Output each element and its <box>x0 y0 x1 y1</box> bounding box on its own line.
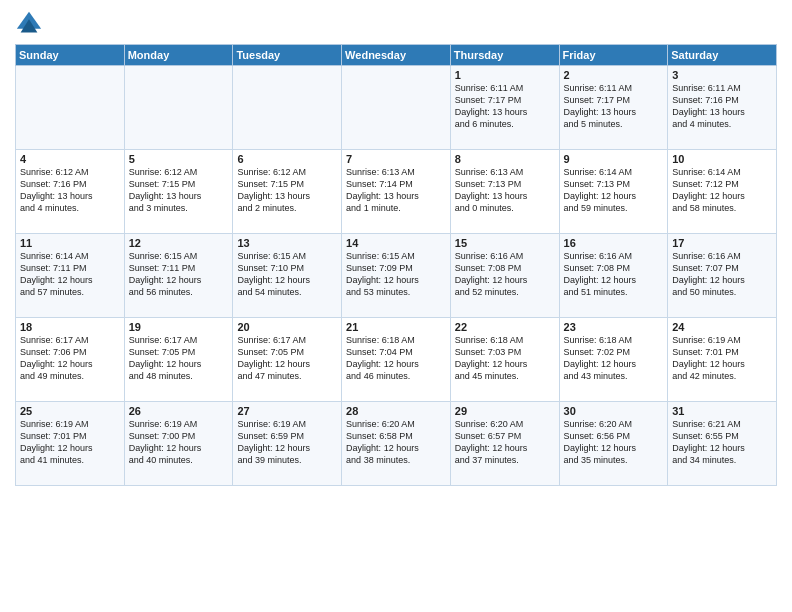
calendar-cell: 6Sunrise: 6:12 AM Sunset: 7:15 PM Daylig… <box>233 150 342 234</box>
cell-daylight-info: Sunrise: 6:14 AM Sunset: 7:12 PM Dayligh… <box>672 166 772 215</box>
cell-daylight-info: Sunrise: 6:20 AM Sunset: 6:58 PM Dayligh… <box>346 418 446 467</box>
calendar-week: 4Sunrise: 6:12 AM Sunset: 7:16 PM Daylig… <box>16 150 777 234</box>
calendar-cell: 20Sunrise: 6:17 AM Sunset: 7:05 PM Dayli… <box>233 318 342 402</box>
day-number: 7 <box>346 153 446 165</box>
cell-daylight-info: Sunrise: 6:12 AM Sunset: 7:15 PM Dayligh… <box>129 166 229 215</box>
calendar-week: 11Sunrise: 6:14 AM Sunset: 7:11 PM Dayli… <box>16 234 777 318</box>
cell-daylight-info: Sunrise: 6:16 AM Sunset: 7:08 PM Dayligh… <box>455 250 555 299</box>
weekday-row: SundayMondayTuesdayWednesdayThursdayFrid… <box>16 45 777 66</box>
cell-daylight-info: Sunrise: 6:15 AM Sunset: 7:11 PM Dayligh… <box>129 250 229 299</box>
cell-daylight-info: Sunrise: 6:12 AM Sunset: 7:16 PM Dayligh… <box>20 166 120 215</box>
calendar-body: 1Sunrise: 6:11 AM Sunset: 7:17 PM Daylig… <box>16 66 777 486</box>
calendar-cell <box>16 66 125 150</box>
cell-daylight-info: Sunrise: 6:17 AM Sunset: 7:05 PM Dayligh… <box>237 334 337 383</box>
calendar-cell: 9Sunrise: 6:14 AM Sunset: 7:13 PM Daylig… <box>559 150 668 234</box>
calendar-cell: 19Sunrise: 6:17 AM Sunset: 7:05 PM Dayli… <box>124 318 233 402</box>
calendar-cell: 14Sunrise: 6:15 AM Sunset: 7:09 PM Dayli… <box>342 234 451 318</box>
day-number: 30 <box>564 405 664 417</box>
cell-daylight-info: Sunrise: 6:18 AM Sunset: 7:02 PM Dayligh… <box>564 334 664 383</box>
calendar-cell: 8Sunrise: 6:13 AM Sunset: 7:13 PM Daylig… <box>450 150 559 234</box>
calendar-cell: 28Sunrise: 6:20 AM Sunset: 6:58 PM Dayli… <box>342 402 451 486</box>
calendar-cell: 2Sunrise: 6:11 AM Sunset: 7:17 PM Daylig… <box>559 66 668 150</box>
cell-daylight-info: Sunrise: 6:19 AM Sunset: 7:01 PM Dayligh… <box>20 418 120 467</box>
cell-daylight-info: Sunrise: 6:11 AM Sunset: 7:16 PM Dayligh… <box>672 82 772 131</box>
day-number: 12 <box>129 237 229 249</box>
calendar-cell <box>124 66 233 150</box>
day-number: 20 <box>237 321 337 333</box>
day-number: 5 <box>129 153 229 165</box>
calendar-cell: 25Sunrise: 6:19 AM Sunset: 7:01 PM Dayli… <box>16 402 125 486</box>
day-number: 28 <box>346 405 446 417</box>
calendar-cell: 12Sunrise: 6:15 AM Sunset: 7:11 PM Dayli… <box>124 234 233 318</box>
cell-daylight-info: Sunrise: 6:21 AM Sunset: 6:55 PM Dayligh… <box>672 418 772 467</box>
day-number: 10 <box>672 153 772 165</box>
day-number: 6 <box>237 153 337 165</box>
cell-daylight-info: Sunrise: 6:12 AM Sunset: 7:15 PM Dayligh… <box>237 166 337 215</box>
day-number: 29 <box>455 405 555 417</box>
calendar-cell <box>342 66 451 150</box>
weekday-header: Thursday <box>450 45 559 66</box>
day-number: 22 <box>455 321 555 333</box>
cell-daylight-info: Sunrise: 6:16 AM Sunset: 7:08 PM Dayligh… <box>564 250 664 299</box>
day-number: 24 <box>672 321 772 333</box>
calendar-cell: 11Sunrise: 6:14 AM Sunset: 7:11 PM Dayli… <box>16 234 125 318</box>
calendar-cell: 23Sunrise: 6:18 AM Sunset: 7:02 PM Dayli… <box>559 318 668 402</box>
day-number: 4 <box>20 153 120 165</box>
day-number: 16 <box>564 237 664 249</box>
day-number: 25 <box>20 405 120 417</box>
page-container: SundayMondayTuesdayWednesdayThursdayFrid… <box>0 0 792 496</box>
calendar-header: SundayMondayTuesdayWednesdayThursdayFrid… <box>16 45 777 66</box>
cell-daylight-info: Sunrise: 6:18 AM Sunset: 7:04 PM Dayligh… <box>346 334 446 383</box>
cell-daylight-info: Sunrise: 6:13 AM Sunset: 7:14 PM Dayligh… <box>346 166 446 215</box>
calendar-table: SundayMondayTuesdayWednesdayThursdayFrid… <box>15 44 777 486</box>
weekday-header: Tuesday <box>233 45 342 66</box>
cell-daylight-info: Sunrise: 6:13 AM Sunset: 7:13 PM Dayligh… <box>455 166 555 215</box>
day-number: 14 <box>346 237 446 249</box>
cell-daylight-info: Sunrise: 6:16 AM Sunset: 7:07 PM Dayligh… <box>672 250 772 299</box>
cell-daylight-info: Sunrise: 6:14 AM Sunset: 7:13 PM Dayligh… <box>564 166 664 215</box>
cell-daylight-info: Sunrise: 6:20 AM Sunset: 6:56 PM Dayligh… <box>564 418 664 467</box>
calendar-cell: 30Sunrise: 6:20 AM Sunset: 6:56 PM Dayli… <box>559 402 668 486</box>
calendar-cell: 27Sunrise: 6:19 AM Sunset: 6:59 PM Dayli… <box>233 402 342 486</box>
day-number: 3 <box>672 69 772 81</box>
cell-daylight-info: Sunrise: 6:17 AM Sunset: 7:06 PM Dayligh… <box>20 334 120 383</box>
day-number: 18 <box>20 321 120 333</box>
calendar-cell: 15Sunrise: 6:16 AM Sunset: 7:08 PM Dayli… <box>450 234 559 318</box>
logo <box>15 10 47 38</box>
day-number: 15 <box>455 237 555 249</box>
calendar-cell: 13Sunrise: 6:15 AM Sunset: 7:10 PM Dayli… <box>233 234 342 318</box>
day-number: 8 <box>455 153 555 165</box>
calendar-week: 25Sunrise: 6:19 AM Sunset: 7:01 PM Dayli… <box>16 402 777 486</box>
cell-daylight-info: Sunrise: 6:14 AM Sunset: 7:11 PM Dayligh… <box>20 250 120 299</box>
day-number: 31 <box>672 405 772 417</box>
cell-daylight-info: Sunrise: 6:19 AM Sunset: 7:00 PM Dayligh… <box>129 418 229 467</box>
calendar-cell: 24Sunrise: 6:19 AM Sunset: 7:01 PM Dayli… <box>668 318 777 402</box>
calendar-cell: 22Sunrise: 6:18 AM Sunset: 7:03 PM Dayli… <box>450 318 559 402</box>
day-number: 11 <box>20 237 120 249</box>
calendar-cell <box>233 66 342 150</box>
calendar-cell: 29Sunrise: 6:20 AM Sunset: 6:57 PM Dayli… <box>450 402 559 486</box>
calendar-cell: 16Sunrise: 6:16 AM Sunset: 7:08 PM Dayli… <box>559 234 668 318</box>
cell-daylight-info: Sunrise: 6:17 AM Sunset: 7:05 PM Dayligh… <box>129 334 229 383</box>
calendar-cell: 26Sunrise: 6:19 AM Sunset: 7:00 PM Dayli… <box>124 402 233 486</box>
calendar-cell: 3Sunrise: 6:11 AM Sunset: 7:16 PM Daylig… <box>668 66 777 150</box>
cell-daylight-info: Sunrise: 6:11 AM Sunset: 7:17 PM Dayligh… <box>455 82 555 131</box>
weekday-header: Wednesday <box>342 45 451 66</box>
cell-daylight-info: Sunrise: 6:19 AM Sunset: 7:01 PM Dayligh… <box>672 334 772 383</box>
weekday-header: Monday <box>124 45 233 66</box>
calendar-cell: 5Sunrise: 6:12 AM Sunset: 7:15 PM Daylig… <box>124 150 233 234</box>
day-number: 9 <box>564 153 664 165</box>
cell-daylight-info: Sunrise: 6:20 AM Sunset: 6:57 PM Dayligh… <box>455 418 555 467</box>
header <box>15 10 777 38</box>
calendar-cell: 7Sunrise: 6:13 AM Sunset: 7:14 PM Daylig… <box>342 150 451 234</box>
day-number: 17 <box>672 237 772 249</box>
calendar-cell: 1Sunrise: 6:11 AM Sunset: 7:17 PM Daylig… <box>450 66 559 150</box>
cell-daylight-info: Sunrise: 6:15 AM Sunset: 7:10 PM Dayligh… <box>237 250 337 299</box>
weekday-header: Friday <box>559 45 668 66</box>
day-number: 1 <box>455 69 555 81</box>
weekday-header: Sunday <box>16 45 125 66</box>
logo-icon <box>15 10 43 38</box>
day-number: 2 <box>564 69 664 81</box>
calendar-cell: 17Sunrise: 6:16 AM Sunset: 7:07 PM Dayli… <box>668 234 777 318</box>
calendar-cell: 31Sunrise: 6:21 AM Sunset: 6:55 PM Dayli… <box>668 402 777 486</box>
